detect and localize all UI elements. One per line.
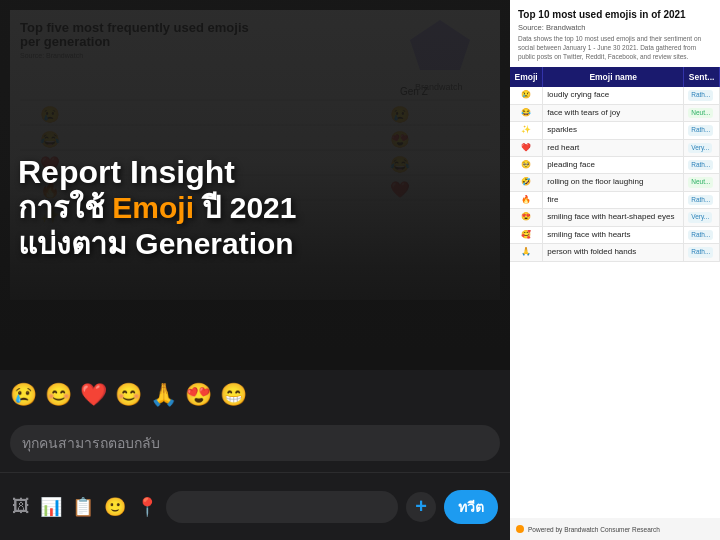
table-row: ❤️ red heart Very...	[510, 139, 720, 156]
emoji-word: Emoji	[112, 191, 194, 224]
emoji-quick-row: 😢 😊 ❤️ 😊 🙏 😍 😁	[10, 382, 247, 408]
emoji-heart[interactable]: ❤️	[80, 382, 107, 408]
table-row: 🥺 pleading face Rath...	[510, 157, 720, 174]
sent-cell-4: Rath...	[684, 157, 720, 174]
emoji-cell-2: ✨	[510, 122, 543, 139]
emoji-icon[interactable]: 🙂	[104, 496, 126, 518]
sent-cell-3: Very...	[684, 139, 720, 156]
tweet-submit-button[interactable]: ทวีต	[444, 490, 498, 524]
emoji-cell-3: ❤️	[510, 139, 543, 156]
mobile-ui: 😢 😊 ❤️ 😊 🙏 😍 😁 ทุกคนสามารถตอบกลับ 🖼 📊 📋 …	[0, 370, 510, 540]
sent-cell-9: Rath...	[684, 244, 720, 261]
col-name-header: Emoji name	[543, 67, 684, 87]
emoji-cell-6: 🔥	[510, 191, 543, 208]
emoji-cell-1: 😂	[510, 104, 543, 121]
reply-placeholder: ทุกคนสามารถตอบกลับ	[22, 432, 160, 454]
sent-cell-1: Neut...	[684, 104, 720, 121]
emoji-cell-0: 😢	[510, 87, 543, 104]
name-cell-3: red heart	[543, 139, 684, 156]
table-row: 🔥 fire Rath...	[510, 191, 720, 208]
name-cell-2: sparkles	[543, 122, 684, 139]
right-panel-source: Source: Brandwatch	[510, 23, 720, 34]
col-sent-header: Sent...	[684, 67, 720, 87]
headline-line3: แบ่งตาม Generation	[18, 226, 296, 262]
add-button[interactable]: +	[406, 492, 436, 522]
emoji-smile[interactable]: 😊	[45, 382, 72, 408]
emoji-grin[interactable]: 😁	[220, 382, 247, 408]
image-icon[interactable]: 🖼	[12, 496, 30, 517]
line2-suffix: ปี 2021	[194, 191, 296, 224]
headline-line1: Report Insight	[18, 155, 296, 190]
emoji-hearts[interactable]: 😍	[185, 382, 212, 408]
name-cell-9: person with folded hands	[543, 244, 684, 261]
emoji-table: Emoji Emoji name Sent... 😢 loudly crying…	[510, 67, 720, 261]
tweet-input-bar	[166, 491, 398, 523]
right-footer: Powered by Brandwatch Consumer Research	[510, 518, 720, 540]
right-panel-desc: Data shows the top 10 most used emojis a…	[510, 34, 720, 67]
footer-text: Powered by Brandwatch Consumer Research	[528, 526, 660, 533]
location-icon[interactable]: 📍	[136, 496, 158, 518]
name-cell-0: loudly crying face	[543, 87, 684, 104]
text-overlay: Report Insight การใช้ Emoji ปี 2021 แบ่ง…	[18, 155, 296, 262]
sent-cell-6: Rath...	[684, 191, 720, 208]
emoji-crying[interactable]: 😢	[10, 382, 37, 408]
emoji-cell-8: 🥰	[510, 226, 543, 243]
footer-dot	[516, 525, 524, 533]
line2-prefix: การใช้	[18, 191, 112, 224]
chart-icon[interactable]: 📋	[72, 496, 94, 518]
sent-cell-5: Neut...	[684, 174, 720, 191]
left-panel: Top five most frequently used emojis per…	[0, 0, 510, 540]
name-cell-8: smiling face with hearts	[543, 226, 684, 243]
name-cell-4: pleading face	[543, 157, 684, 174]
emoji-pray[interactable]: 😊	[115, 382, 142, 408]
tweet-icon-row: 🖼 📊 📋 🙂 📍	[12, 496, 158, 518]
table-row: 🥰 smiling face with hearts Rath...	[510, 226, 720, 243]
emoji-cell-9: 🙏	[510, 244, 543, 261]
name-cell-7: smiling face with heart-shaped eyes	[543, 209, 684, 226]
right-panel-title: Top 10 most used emojis in of 2021	[510, 0, 720, 23]
emoji-cell-4: 🥺	[510, 157, 543, 174]
table-row: 🙏 person with folded hands Rath...	[510, 244, 720, 261]
emoji-cell-5: 🤣	[510, 174, 543, 191]
name-cell-6: fire	[543, 191, 684, 208]
table-row: ✨ sparkles Rath...	[510, 122, 720, 139]
table-row: 😍 smiling face with heart-shaped eyes Ve…	[510, 209, 720, 226]
tweet-composer: 🖼 📊 📋 🙂 📍 + ทวีต	[0, 472, 510, 540]
right-panel: Top 10 most used emojis in of 2021 Sourc…	[510, 0, 720, 540]
name-cell-5: rolling on the floor laughing	[543, 174, 684, 191]
sent-cell-0: Rath...	[684, 87, 720, 104]
table-row: 🤣 rolling on the floor laughing Neut...	[510, 174, 720, 191]
table-row: 😢 loudly crying face Rath...	[510, 87, 720, 104]
gif-icon[interactable]: 📊	[40, 496, 62, 518]
sent-cell-7: Very...	[684, 209, 720, 226]
sent-cell-8: Rath...	[684, 226, 720, 243]
emoji-pray2[interactable]: 🙏	[150, 382, 177, 408]
emoji-cell-7: 😍	[510, 209, 543, 226]
sent-cell-2: Rath...	[684, 122, 720, 139]
name-cell-1: face with tears of joy	[543, 104, 684, 121]
table-row: 😂 face with tears of joy Neut...	[510, 104, 720, 121]
headline-line2: การใช้ Emoji ปี 2021	[18, 190, 296, 226]
mobile-bar: 😢 😊 ❤️ 😊 🙏 😍 😁 ทุกคนสามารถตอบกลับ 🖼 📊 📋 …	[0, 370, 510, 540]
reply-bar[interactable]: ทุกคนสามารถตอบกลับ	[10, 425, 500, 461]
col-emoji-header: Emoji	[510, 67, 543, 87]
